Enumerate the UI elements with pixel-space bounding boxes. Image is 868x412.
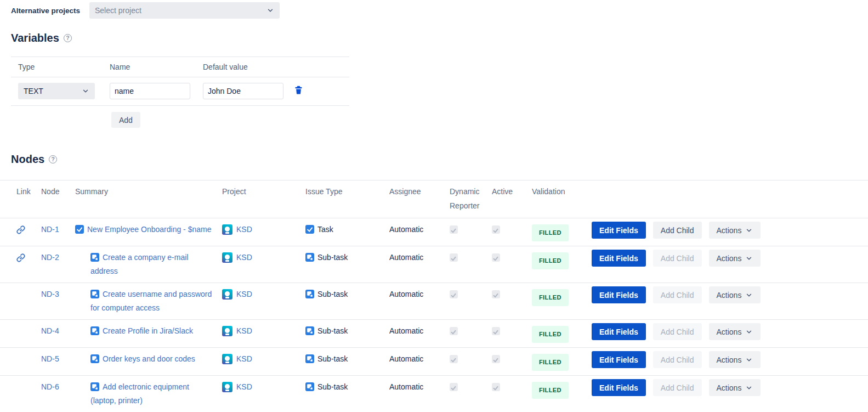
column-assignee: Assignee	[389, 184, 450, 199]
dynamic-reporter-checkbox	[450, 327, 458, 335]
project-link[interactable]: KSD	[236, 225, 252, 234]
chevron-down-icon	[745, 291, 753, 299]
project-avatar-icon	[222, 326, 232, 336]
help-icon[interactable]: ?	[49, 155, 57, 163]
variable-default-input[interactable]	[203, 83, 283, 99]
variables-table-header: Type Name Default value	[11, 57, 349, 77]
alternative-projects-select[interactable]: Select project	[89, 2, 280, 19]
actions-dropdown-button[interactable]: Actions	[709, 351, 761, 368]
active-checkbox	[492, 225, 500, 234]
actions-dropdown-button[interactable]: Actions	[709, 379, 761, 396]
column-project: Project	[222, 184, 305, 199]
add-child-button: Add Child	[653, 286, 702, 303]
edit-fields-button[interactable]: Edit Fields	[592, 351, 646, 368]
edit-fields-button[interactable]: Edit Fields	[592, 250, 646, 267]
subtask-type-icon	[90, 326, 99, 335]
subtask-type-icon	[305, 290, 314, 298]
validation-status-badge: FILLED	[532, 382, 569, 399]
dynamic-reporter-checkbox	[450, 225, 458, 234]
summary-link[interactable]: Order keys and door codes	[103, 354, 195, 363]
link-chain-icon[interactable]	[16, 225, 25, 234]
node-id-link[interactable]: ND-5	[41, 354, 59, 363]
trash-icon	[294, 86, 303, 95]
chevron-down-icon	[745, 255, 753, 262]
add-child-button: Add Child	[653, 379, 702, 396]
column-active: Active	[492, 184, 532, 199]
subtask-type-icon	[90, 382, 99, 391]
column-summary: Summary	[75, 184, 222, 199]
active-checkbox	[492, 327, 500, 335]
table-row: ND-5 Order keys and door codes KSD Sub-t…	[0, 348, 868, 376]
edit-fields-button[interactable]: Edit Fields	[592, 222, 646, 239]
actions-dropdown-button[interactable]: Actions	[709, 286, 761, 303]
project-link[interactable]: KSD	[236, 354, 252, 363]
subtask-type-icon	[305, 354, 314, 363]
add-variable-button[interactable]: Add	[111, 112, 140, 128]
project-avatar-icon	[222, 354, 232, 364]
summary-link[interactable]: Create username and password for compute…	[90, 290, 212, 312]
nodes-section-heading: Nodes ?	[11, 153, 868, 166]
column-default-value: Default value	[203, 63, 296, 71]
validation-status-badge: FILLED	[532, 289, 569, 306]
issue-type-label: Task	[317, 225, 333, 234]
add-child-button[interactable]: Add Child	[653, 222, 702, 239]
project-avatar-icon	[222, 224, 232, 235]
task-type-icon	[75, 225, 84, 234]
summary-link[interactable]: Create a company e-mail address	[90, 253, 188, 275]
active-checkbox	[492, 355, 500, 363]
nodes-table: Link Node Summary Project Issue Type Ass…	[0, 180, 868, 412]
dynamic-reporter-checkbox	[450, 355, 458, 363]
assignee-value: Automatic	[389, 380, 450, 394]
subtask-type-icon	[90, 354, 99, 363]
node-id-link[interactable]: ND-3	[41, 290, 59, 298]
node-id-link[interactable]: ND-1	[41, 225, 59, 234]
node-id-link[interactable]: ND-6	[41, 382, 59, 391]
subtask-type-icon	[305, 253, 314, 262]
node-id-link[interactable]: ND-2	[41, 253, 59, 262]
project-avatar-icon	[222, 252, 232, 263]
project-link[interactable]: KSD	[236, 382, 252, 391]
summary-link[interactable]: New Employee Onboarding - $name	[87, 225, 211, 234]
column-issue-type: Issue Type	[305, 184, 389, 199]
variable-name-input[interactable]	[110, 83, 190, 99]
subtask-type-icon	[305, 326, 314, 335]
add-child-button: Add Child	[653, 351, 702, 368]
project-link[interactable]: KSD	[236, 326, 252, 335]
table-row: ND-2 Create a company e-mail address KSD…	[0, 246, 868, 283]
actions-dropdown-button[interactable]: Actions	[709, 250, 761, 267]
table-row: ND-3 Create username and password for co…	[0, 283, 868, 320]
column-link: Link	[16, 184, 41, 199]
active-checkbox	[492, 383, 500, 391]
chevron-down-icon	[745, 328, 753, 336]
subtask-type-icon	[90, 290, 99, 298]
assignee-value: Automatic	[389, 251, 450, 264]
project-link[interactable]: KSD	[236, 290, 252, 298]
edit-fields-button[interactable]: Edit Fields	[592, 286, 646, 303]
dynamic-reporter-checkbox	[450, 290, 458, 298]
summary-link[interactable]: Add electronic equipment (laptop, printe…	[90, 382, 189, 405]
chevron-down-icon	[745, 227, 753, 234]
variable-row: TEXT	[11, 77, 349, 106]
edit-fields-button[interactable]: Edit Fields	[592, 323, 646, 340]
table-row: ND-6 Add electronic equipment (laptop, p…	[0, 376, 868, 412]
variable-type-select[interactable]: TEXT	[18, 83, 95, 99]
column-name: Name	[110, 63, 203, 71]
actions-dropdown-button[interactable]: Actions	[709, 222, 761, 239]
variables-section-heading: Variables ?	[11, 32, 868, 44]
project-avatar-icon	[222, 382, 232, 392]
delete-variable-button[interactable]	[293, 84, 304, 98]
project-link[interactable]: KSD	[236, 253, 252, 262]
assignee-value: Automatic	[389, 223, 450, 236]
summary-link[interactable]: Create Profile in Jira/Slack	[103, 326, 193, 335]
column-type: Type	[18, 63, 110, 71]
help-icon[interactable]: ?	[64, 34, 72, 42]
hierarchy-config-page: Alternative projects Select project Vari…	[0, 0, 868, 412]
actions-dropdown-button[interactable]: Actions	[709, 323, 761, 340]
link-chain-icon[interactable]	[16, 253, 25, 262]
issue-type-label: Sub-task	[317, 354, 348, 363]
task-type-icon	[305, 225, 314, 234]
node-id-link[interactable]: ND-4	[41, 326, 59, 335]
edit-fields-button[interactable]: Edit Fields	[592, 379, 646, 396]
issue-type-label: Sub-task	[317, 290, 348, 298]
subtask-type-icon	[305, 382, 314, 391]
